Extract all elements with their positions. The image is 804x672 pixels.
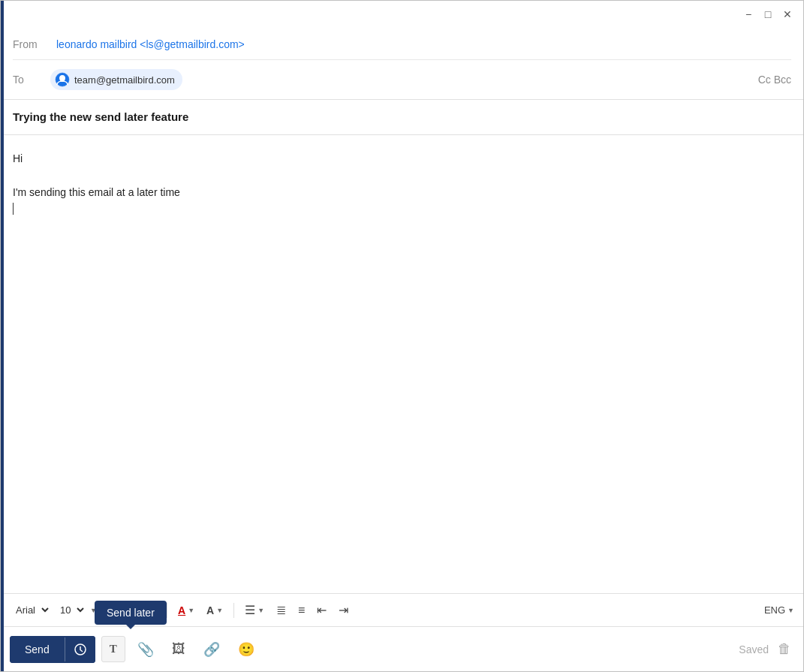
language-dropdown-arrow: ▼ xyxy=(787,607,794,614)
delete-button[interactable]: 🗑 xyxy=(775,638,794,660)
unordered-list-button[interactable]: ≡ xyxy=(294,601,309,620)
language-label: ENG xyxy=(764,604,785,616)
font-family-select[interactable]: Arial xyxy=(10,602,51,618)
link-icon: 🔗 xyxy=(203,642,220,657)
toolbar-separator-3 xyxy=(233,603,234,618)
font-color-dropdown-arrow: ▼ xyxy=(188,607,194,614)
body-cursor-line xyxy=(13,200,791,217)
title-bar-controls: − □ ✕ xyxy=(742,8,794,21)
body-content[interactable]: Hi I'm sending this email at a later tim… xyxy=(13,150,791,218)
action-bar: Send later Send T 📎 🖼 🔗 xyxy=(1,626,803,671)
from-row: From leonardo mailbird <ls@getmailbird.c… xyxy=(13,28,791,60)
subject-text: Trying the new send later feature xyxy=(13,110,188,123)
emoji-button[interactable]: 🙂 xyxy=(232,635,260,664)
emoji-icon: 🙂 xyxy=(238,642,254,657)
align-button[interactable]: ☰ ▼ xyxy=(240,600,269,620)
to-label: To xyxy=(13,74,50,86)
body-line1: Hi xyxy=(13,150,791,167)
ordered-list-button[interactable]: ≣ xyxy=(272,600,291,620)
send-later-button[interactable] xyxy=(65,636,95,663)
saved-label: Saved xyxy=(739,643,769,655)
format-text-button[interactable]: T xyxy=(101,636,125,662)
ordered-list-icon: ≣ xyxy=(276,603,286,617)
from-value: leonardo mailbird <ls@getmailbird.com> xyxy=(56,38,245,50)
trash-icon: 🗑 xyxy=(778,641,791,656)
recipient-icon: e xyxy=(55,72,70,87)
to-row: To e team@getmailbird.com Cc Bcc xyxy=(13,60,791,99)
recipient-email: team@getmailbird.com xyxy=(74,74,175,86)
compose-header: From leonardo mailbird <ls@getmailbird.c… xyxy=(1,28,803,100)
cc-bcc-button[interactable]: Cc Bcc xyxy=(758,74,791,86)
image-icon: 🖼 xyxy=(172,641,185,656)
svg-text:e: e xyxy=(61,77,64,82)
maximize-button[interactable]: □ xyxy=(761,8,775,21)
indent-decrease-button[interactable]: ⇤ xyxy=(312,600,331,620)
highlight-dropdown-arrow: ▼ xyxy=(216,607,223,614)
subject-row[interactable]: Trying the new send later feature xyxy=(1,100,803,135)
send-later-tooltip: Send later xyxy=(95,601,167,625)
indent-decrease-icon: ⇤ xyxy=(317,603,327,617)
toolbar-separator-2 xyxy=(167,603,167,618)
indent-increase-button[interactable]: ⇥ xyxy=(334,600,353,620)
font-color-button[interactable]: A ▼ xyxy=(173,601,199,619)
align-icon: ☰ xyxy=(245,603,255,617)
minimize-button[interactable]: − xyxy=(742,8,755,21)
link-button[interactable]: 🔗 xyxy=(197,635,226,664)
align-dropdown-arrow: ▼ xyxy=(257,607,264,614)
attachment-button[interactable]: 📎 xyxy=(131,635,160,664)
send-button-group: Send xyxy=(10,636,95,663)
compose-window: − □ ✕ From leonardo mailbird <ls@getmail… xyxy=(0,0,804,672)
compose-body[interactable]: Hi I'm sending this email at a later tim… xyxy=(1,135,803,593)
recipient-chip[interactable]: e team@getmailbird.com xyxy=(50,69,182,90)
highlight-button[interactable]: A ▼ xyxy=(202,601,227,619)
send-button[interactable]: Send xyxy=(10,636,65,663)
paperclip-icon: 📎 xyxy=(137,642,154,657)
close-button[interactable]: ✕ xyxy=(781,8,794,21)
unordered-list-icon: ≡ xyxy=(298,604,305,617)
language-select[interactable]: ENG ▼ xyxy=(764,604,794,616)
image-button[interactable]: 🖼 xyxy=(166,635,191,663)
highlight-label: A xyxy=(206,604,214,616)
saved-status: Saved 🗑 xyxy=(739,638,794,660)
from-label: From xyxy=(13,38,50,50)
body-line3: I'm sending this email at a later time xyxy=(13,184,791,200)
title-bar: − □ ✕ xyxy=(1,1,803,28)
body-line2 xyxy=(13,167,791,183)
clock-icon xyxy=(74,643,86,655)
font-size-select[interactable]: 10 xyxy=(54,602,86,618)
font-color-label: A xyxy=(178,604,185,616)
indent-increase-icon: ⇥ xyxy=(339,603,348,617)
